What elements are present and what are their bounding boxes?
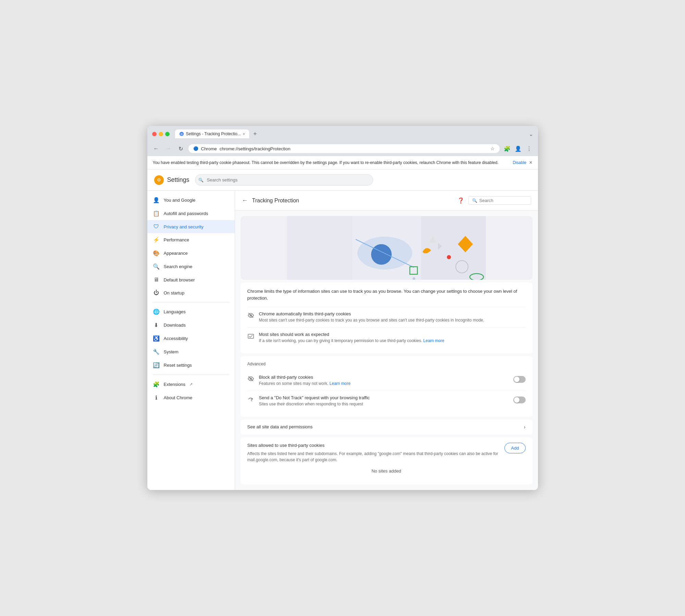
- sidebar-item-performance[interactable]: ⚡ Performance: [147, 233, 235, 247]
- sidebar-item-downloads[interactable]: ⬇ Downloads: [147, 318, 235, 332]
- browser-window: ⚙ Settings - Tracking Protectio... × + ⌄…: [147, 126, 538, 490]
- forward-button[interactable]: →: [164, 144, 173, 153]
- sidebar-item-search-engine[interactable]: 🔍 Search engine: [147, 260, 235, 273]
- dnt-toggle[interactable]: [513, 397, 526, 403]
- page-content: ← Tracking Protection ❓ 🔍: [235, 191, 538, 484]
- languages-icon: 🌐: [153, 309, 160, 315]
- learn-more-link-1[interactable]: Learn more: [423, 338, 444, 343]
- sidebar-divider-2: [153, 375, 229, 375]
- option-1-desc: Most sites can't use third-party cookies…: [259, 317, 526, 323]
- block-cookies-switch[interactable]: [513, 376, 526, 383]
- site-works-icon: [247, 332, 254, 341]
- active-tab[interactable]: ⚙ Settings - Tracking Protectio... ×: [175, 129, 249, 138]
- default-browser-icon: 🖥: [153, 277, 160, 283]
- sidebar-item-appearance[interactable]: 🎨 Appearance: [147, 247, 235, 260]
- downloads-icon: ⬇: [153, 322, 160, 328]
- settings-search-input[interactable]: [195, 174, 373, 186]
- chrome-icon: 🔵: [193, 146, 198, 151]
- description-text: Chrome limits the type of information si…: [247, 288, 526, 301]
- advanced-label: Advanced: [247, 362, 526, 366]
- tab-title: Settings - Tracking Protectio...: [186, 131, 241, 136]
- autofill-icon: 📋: [153, 210, 160, 217]
- hero-section-wrapper: [241, 216, 533, 280]
- tracking-protection-header: ← Tracking Protection ❓ 🔍: [235, 191, 538, 211]
- sites-allowed-desc: Affects the sites listed here and their …: [247, 451, 499, 463]
- maximize-traffic-light[interactable]: [165, 132, 170, 136]
- block-cookies-title: Block all third-party cookies: [259, 375, 509, 380]
- sidebar-item-privacy[interactable]: 🛡 Privacy and security: [147, 220, 235, 233]
- sidebar-label-extensions: Extensions: [164, 382, 186, 387]
- back-button[interactable]: ←: [151, 144, 161, 153]
- sidebar-item-autofill[interactable]: 📋 Autofill and passwords: [147, 207, 235, 220]
- option-2-desc: If a site isn't working, you can try giv…: [259, 338, 526, 344]
- no-tracking-icon: [247, 312, 254, 320]
- page-search-icon: 🔍: [472, 198, 477, 203]
- minimize-traffic-light[interactable]: [159, 132, 163, 136]
- page-search-input[interactable]: [479, 198, 527, 203]
- sidebar-label-languages: Languages: [164, 309, 186, 314]
- sidebar-item-extensions[interactable]: 🧩 Extensions ↗: [147, 378, 235, 391]
- dnt-toggle-item: Send a "Do Not Track" request with your …: [247, 391, 526, 411]
- sidebar-item-accessibility[interactable]: ♿ Accessibility: [147, 332, 235, 345]
- address-bar[interactable]: 🔵 Chrome chrome://settings/trackingProte…: [188, 144, 500, 153]
- sidebar-label-accessibility: Accessibility: [164, 336, 188, 341]
- learn-more-link-2[interactable]: Learn more: [330, 381, 351, 386]
- sidebar-item-languages[interactable]: 🌐 Languages: [147, 305, 235, 318]
- dnt-switch[interactable]: [513, 397, 526, 403]
- back-arrow-button[interactable]: ←: [242, 197, 248, 204]
- sidebar-item-about[interactable]: ℹ About Chrome: [147, 391, 235, 404]
- disable-link[interactable]: Disable: [513, 160, 526, 165]
- new-tab-button[interactable]: +: [251, 130, 259, 138]
- info-bar-close-button[interactable]: ×: [529, 160, 532, 166]
- hero-svg: [241, 216, 533, 280]
- dnt-icon: [247, 396, 254, 404]
- menu-button[interactable]: ⋮: [524, 144, 534, 153]
- info-bar-text: You have enabled testing third-party coo…: [153, 160, 510, 165]
- close-traffic-light[interactable]: [152, 132, 157, 136]
- reload-button[interactable]: ↻: [176, 144, 186, 153]
- extensions-icon[interactable]: 🧩: [502, 144, 512, 153]
- sidebar-label-on-startup: On startup: [164, 290, 185, 296]
- dnt-content: Send a "Do Not Track" request with your …: [259, 395, 509, 407]
- dnt-title: Send a "Do Not Track" request with your …: [259, 395, 509, 400]
- sidebar-item-reset[interactable]: 🔄 Reset settings: [147, 359, 235, 372]
- tab-close-button[interactable]: ×: [243, 132, 245, 136]
- eye-slash-icon: [247, 312, 254, 319]
- add-site-button[interactable]: Add: [504, 443, 525, 453]
- content-area: ← Tracking Protection ❓ 🔍: [235, 191, 538, 490]
- option-item-2: Most sites should work as expected If a …: [247, 327, 526, 348]
- option-2-content: Most sites should work as expected If a …: [259, 332, 526, 344]
- bookmark-icon[interactable]: ☆: [490, 146, 495, 151]
- traffic-lights: [152, 132, 170, 136]
- sidebar-item-you-and-google[interactable]: 👤 You and Google: [147, 193, 235, 207]
- profile-icon[interactable]: 👤: [513, 144, 523, 153]
- option-2-title: Most sites should work as expected: [259, 332, 526, 337]
- option-1-content: Chrome automatically limits third-party …: [259, 311, 526, 323]
- title-bar: ⚙ Settings - Tracking Protectio... × + ⌄: [147, 126, 538, 142]
- on-startup-icon: ⏻: [153, 290, 160, 296]
- block-cookies-content: Block all third-party cookies Features o…: [259, 375, 509, 387]
- sidebar-item-on-startup[interactable]: ⏻ On startup: [147, 286, 235, 299]
- page-search-box: 🔍: [468, 196, 531, 205]
- about-icon: ℹ: [153, 394, 160, 401]
- send-request-icon: [247, 396, 254, 403]
- sidebar-label-performance: Performance: [164, 237, 189, 242]
- settings-search: [195, 174, 373, 186]
- body-layout: 👤 You and Google 📋 Autofill and password…: [147, 191, 538, 490]
- tabs-area: ⚙ Settings - Tracking Protectio... × +: [175, 129, 526, 138]
- external-link-icon: ↗: [189, 382, 193, 387]
- block-cookies-toggle[interactable]: [513, 376, 526, 383]
- settings-tab-icon: ⚙: [179, 131, 184, 136]
- site-data-link[interactable]: See all site data and permissions ›: [241, 419, 533, 435]
- sites-allowed-header: Sites allowed to use third-party cookies…: [247, 443, 526, 463]
- sidebar-label-search-engine: Search engine: [164, 264, 193, 269]
- sidebar-item-default-browser[interactable]: 🖥 Default browser: [147, 273, 235, 286]
- window-chevron[interactable]: ⌄: [529, 131, 533, 137]
- help-icon[interactable]: ❓: [457, 197, 464, 204]
- tracking-protection-title: Tracking Protection: [252, 198, 453, 204]
- sidebar-item-system[interactable]: 🔧 System: [147, 345, 235, 359]
- advanced-section: Advanced Block all third-party cookies: [241, 356, 533, 417]
- dnt-desc: Sites use their discretion when respondi…: [259, 401, 509, 407]
- sidebar-label-downloads: Downloads: [164, 323, 186, 328]
- search-wrapper: [195, 174, 373, 186]
